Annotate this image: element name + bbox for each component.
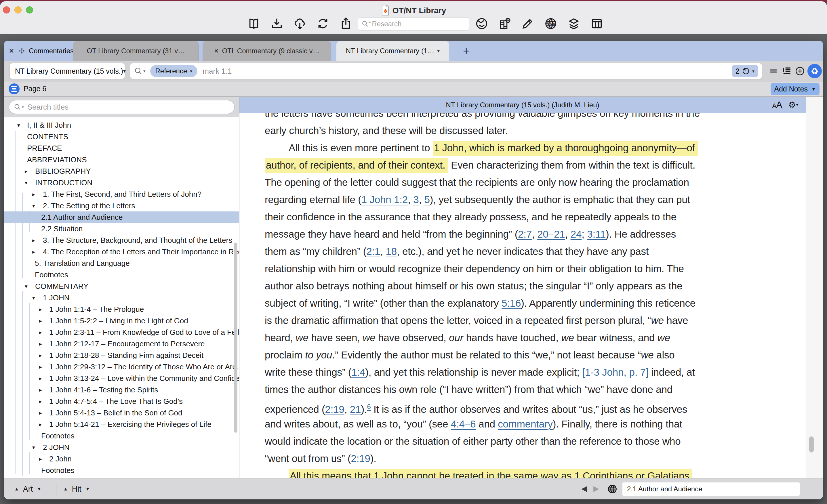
location-status-field[interactable]: 2.1 Author and Audience xyxy=(622,482,800,496)
disclosure-closed-icon[interactable]: ▸ xyxy=(39,456,42,462)
toc-item[interactable]: ▸BIBLIOGRAPHY xyxy=(4,165,239,177)
scripture-link[interactable]: 3 xyxy=(413,194,419,205)
toc-item[interactable]: ▸1. The First, Second, and Third Letters… xyxy=(4,189,239,200)
next-hit-icon[interactable]: ▼ xyxy=(86,487,90,492)
font-size-icon[interactable]: AA xyxy=(772,100,782,110)
add-notes-button[interactable]: Add Notes ▼ xyxy=(771,83,820,95)
verse-search-field[interactable]: ▾ Reference ▾ mark 1.1 2 ▾ xyxy=(130,63,762,79)
toc-item[interactable]: ▸1 John 1:1-4 – The Prologue xyxy=(4,303,239,315)
toc-item[interactable]: ▾COMMENTARY xyxy=(4,281,239,292)
disclosure-open-icon[interactable]: ▾ xyxy=(25,283,28,290)
module-select[interactable]: NT Library Commentary (15 vols.) ▾ xyxy=(10,63,125,79)
scripture-link[interactable]: 1:4 xyxy=(351,366,365,378)
disclosure-open-icon[interactable]: ▾ xyxy=(17,122,20,129)
history-back-button[interactable]: ◀ xyxy=(581,484,587,493)
toc-item[interactable]: ▸4. The Reception of the Letters and The… xyxy=(4,246,239,257)
www-globe-icon[interactable]: WWW xyxy=(543,16,558,31)
add-tab-button[interactable]: + xyxy=(457,41,475,61)
disclosure-closed-icon[interactable]: ▸ xyxy=(39,329,42,336)
disclosure-open-icon[interactable]: ▾ xyxy=(32,203,35,209)
disclosure-closed-icon[interactable]: ▸ xyxy=(39,398,42,405)
toc-item[interactable]: Footnotes xyxy=(4,430,239,442)
content-scrollbar-thumb[interactable] xyxy=(809,437,814,453)
sidebar-scrollbar-thumb[interactable] xyxy=(234,243,237,433)
toc-item[interactable]: ▾2 JOHN xyxy=(4,442,239,453)
toc-item[interactable]: CONTENTS xyxy=(4,131,239,142)
disclosure-closed-icon[interactable]: ▸ xyxy=(32,249,35,255)
scripture-link[interactable]: 2:7 xyxy=(518,229,532,240)
table-of-contents-icon[interactable] xyxy=(9,84,19,94)
scripture-link[interactable]: 21 xyxy=(350,404,361,415)
toc-item[interactable]: ▸3. The Structure, Background, and Thoug… xyxy=(4,235,239,246)
globe-icon[interactable] xyxy=(607,484,618,495)
parallel-panes-control[interactable]: 2 ▾ xyxy=(732,65,758,77)
toc-item[interactable]: ▾1 JOHN xyxy=(4,292,239,303)
chevron-down-icon[interactable]: ▾ xyxy=(437,48,440,54)
recycle-sync-button[interactable]: ♻ xyxy=(808,64,822,78)
toc-item[interactable]: ▸2 John xyxy=(4,453,239,465)
cloud-download-icon[interactable] xyxy=(292,16,307,31)
scripture-link[interactable]: 1 John 1:2 xyxy=(361,194,408,205)
toc-item[interactable]: ▾INTRODUCTION xyxy=(4,177,239,189)
layers-icon[interactable] xyxy=(566,16,581,31)
move-pane-icon[interactable] xyxy=(18,47,26,55)
disclosure-closed-icon[interactable]: ▸ xyxy=(39,352,42,359)
toc-item[interactable]: ▸1 John 2:12-17 – Encouragement to Perse… xyxy=(4,338,239,350)
globe-atlas-icon[interactable] xyxy=(474,16,489,31)
scripture-link[interactable]: 5:16 xyxy=(501,297,521,309)
disclosure-closed-icon[interactable]: ▸ xyxy=(32,191,35,198)
disclosure-closed-icon[interactable]: ▸ xyxy=(25,168,28,174)
previous-hit-icon[interactable]: ▲ xyxy=(63,487,68,492)
toc-item[interactable]: 5. Translation and Language xyxy=(4,257,239,269)
toc-item[interactable]: PREFACE xyxy=(4,142,239,154)
pencil-icon[interactable] xyxy=(520,16,535,31)
scripture-link[interactable]: 2:19 xyxy=(351,453,370,464)
toc-item[interactable]: 2.2 Situation xyxy=(4,223,239,235)
scripture-link[interactable]: 5 xyxy=(425,194,430,205)
search-icon[interactable]: ▾ xyxy=(134,67,146,75)
disclosure-closed-icon[interactable]: ▸ xyxy=(39,387,42,393)
toc-item[interactable]: ABBREVIATIONS xyxy=(4,154,239,165)
search-scope-pill[interactable]: Reference ▾ xyxy=(150,65,198,77)
toc-item[interactable]: 2.1 Author and Audience xyxy=(4,211,239,223)
tab-1[interactable]: OT Library Commentary (31 v… xyxy=(73,41,199,61)
disclosure-closed-icon[interactable]: ▸ xyxy=(39,410,42,416)
toc-item[interactable]: Footnotes xyxy=(4,269,239,281)
scripture-link[interactable]: 4:4–6 xyxy=(451,418,476,430)
page-reference-link[interactable]: [1-3 John, p. 7] xyxy=(582,366,648,378)
disclosure-closed-icon[interactable]: ▸ xyxy=(39,364,42,370)
disclosure-closed-icon[interactable]: ▸ xyxy=(39,421,42,428)
scripture-link[interactable]: 24 xyxy=(571,229,582,240)
tab-2[interactable]: OTL Commentary (9 classic v… xyxy=(203,41,331,61)
scripture-link[interactable]: commentary xyxy=(498,418,553,430)
close-tab-icon[interactable] xyxy=(214,48,219,53)
scripture-link[interactable]: 3:11 xyxy=(587,229,606,240)
disclosure-closed-icon[interactable]: ▸ xyxy=(39,306,42,313)
toc-item[interactable]: ▸1 John 4:1-6 – Testing the Spirits xyxy=(4,384,239,396)
disclosure-open-icon[interactable]: ▾ xyxy=(25,180,28,186)
toc-item[interactable]: ▸1 John 2:3-11 – From Knowledge of God t… xyxy=(4,326,239,338)
history-forward-button[interactable]: ▶ xyxy=(593,484,599,493)
equals-icon[interactable] xyxy=(767,65,780,78)
add-circle-icon[interactable] xyxy=(794,65,806,78)
table-columns-icon[interactable] xyxy=(589,16,604,31)
book-icon[interactable] xyxy=(246,16,261,31)
disclosure-closed-icon[interactable]: ▸ xyxy=(39,375,42,382)
disclosure-closed-icon[interactable]: ▸ xyxy=(39,341,42,347)
toc-item[interactable]: ▸1 John 4:7-5:4 – The Love That Is God’s xyxy=(4,396,239,407)
download-icon[interactable] xyxy=(269,16,284,31)
footnote-link[interactable]: 6 xyxy=(367,403,371,410)
toc-item[interactable]: ▸1 John 2:29-3:12 – The Identity of Thos… xyxy=(4,361,239,372)
scripture-link[interactable]: 18 xyxy=(386,246,397,257)
toc-item[interactable]: ▾I, II & III John xyxy=(4,119,239,131)
close-pane-icon[interactable] xyxy=(7,47,15,55)
scripture-link[interactable]: 2:19 xyxy=(325,404,344,415)
tab-3[interactable]: NT Library Commentary (1…▾ xyxy=(336,41,449,61)
sync-icon[interactable] xyxy=(315,16,330,31)
disclosure-closed-icon[interactable]: ▸ xyxy=(39,317,42,324)
gear-icon[interactable]: ⚙▾ xyxy=(788,100,798,110)
disclosure-open-icon[interactable]: ▾ xyxy=(32,444,35,451)
disclosure-open-icon[interactable]: ▾ xyxy=(32,295,35,301)
scripture-link[interactable]: 2:1 xyxy=(366,246,380,257)
previous-article-icon[interactable]: ▲ xyxy=(14,487,19,492)
